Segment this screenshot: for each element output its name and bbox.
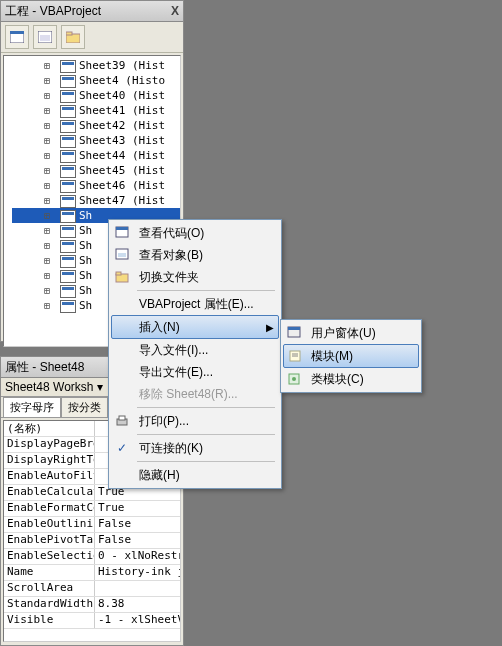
- menu-item[interactable]: VBAProject 属性(E)...: [111, 293, 279, 315]
- project-toolbar: [1, 22, 183, 53]
- tree-node-label: Sheet46 (Hist: [79, 179, 165, 192]
- svg-rect-11: [116, 272, 121, 275]
- tree-node-label: Sh: [79, 239, 92, 252]
- toggle-folders-button[interactable]: [61, 25, 85, 49]
- property-row[interactable]: EnableFormatCoTrue: [4, 501, 180, 517]
- menu-item[interactable]: 查看对象(B): [111, 244, 279, 266]
- property-row[interactable]: ScrollArea: [4, 581, 180, 597]
- sheet-icon: [60, 300, 76, 313]
- svg-rect-5: [66, 32, 72, 35]
- tree-node[interactable]: Sheet44 (Hist: [12, 148, 180, 163]
- tree-node-label: Sh: [79, 284, 92, 297]
- sheet-icon: [60, 255, 76, 268]
- insert-submenu: 用户窗体(U)模块(M)类模块(C): [280, 319, 422, 393]
- view-code-button[interactable]: [5, 25, 29, 49]
- menu-item-label: 移除 Sheet48(R)...: [139, 386, 238, 403]
- property-row[interactable]: NameHistory-ink j: [4, 565, 180, 581]
- tree-node-label: Sheet45 (Hist: [79, 164, 165, 177]
- menu-item-label: 用户窗体(U): [311, 325, 376, 342]
- menu-item[interactable]: 隐藏(H): [111, 464, 279, 486]
- sheet-icon: [60, 240, 76, 253]
- tree-node-label: Sh: [79, 254, 92, 267]
- menu-item[interactable]: 模块(M): [283, 344, 419, 368]
- menu-item[interactable]: 导入文件(I)...: [111, 339, 279, 361]
- menu-item-label: 导出文件(E)...: [139, 364, 213, 381]
- tree-node-label: Sheet44 (Hist: [79, 149, 165, 162]
- property-value[interactable]: False: [95, 517, 180, 532]
- tree-node[interactable]: Sheet47 (Hist: [12, 193, 180, 208]
- menu-separator: [137, 461, 275, 462]
- tree-node[interactable]: Sheet4 (Histo: [12, 73, 180, 88]
- property-value[interactable]: False: [95, 533, 180, 548]
- view-object-button[interactable]: [33, 25, 57, 49]
- menu-item[interactable]: 切换文件夹: [111, 266, 279, 288]
- menu-item[interactable]: ✓可连接的(K): [111, 437, 279, 459]
- tree-node[interactable]: Sheet39 (Hist: [12, 58, 180, 73]
- tree-node-label: Sheet41 (Hist: [79, 104, 165, 117]
- svg-rect-15: [288, 327, 300, 330]
- tree-node[interactable]: Sheet42 (Hist: [12, 118, 180, 133]
- property-row[interactable]: EnableSelectio0 - xlNoRestr: [4, 549, 180, 565]
- property-value[interactable]: History-ink j: [95, 565, 180, 580]
- tree-node-label: Sheet4 (Histo: [79, 74, 165, 87]
- property-row[interactable]: EnableOutlininFalse: [4, 517, 180, 533]
- sheet-icon: [60, 180, 76, 193]
- sheet-icon: [60, 150, 76, 163]
- project-title-bar: 工程 - VBAProject X: [1, 1, 183, 22]
- check-icon: ✓: [117, 441, 127, 455]
- property-name: EnableFormatCo: [4, 501, 95, 516]
- property-value[interactable]: 0 - xlNoRestr: [95, 549, 180, 564]
- sheet-icon: [60, 90, 76, 103]
- property-name: EnableSelectio: [4, 549, 95, 564]
- menu-item[interactable]: 查看代码(O): [111, 222, 279, 244]
- tree-node[interactable]: Sheet41 (Hist: [12, 103, 180, 118]
- property-row[interactable]: Visible-1 - xlSheetV: [4, 613, 180, 629]
- menu-item-label: 切换文件夹: [139, 269, 199, 286]
- sheet-icon: [60, 285, 76, 298]
- tab-alphabetic[interactable]: 按字母序: [3, 397, 61, 417]
- svg-rect-13: [119, 416, 125, 420]
- svg-rect-9: [118, 253, 126, 257]
- menu-item[interactable]: 打印(P)...: [111, 410, 279, 432]
- sheet-icon: [60, 135, 76, 148]
- tree-node-label: Sh: [79, 209, 92, 222]
- obj-icon: [115, 248, 131, 262]
- close-icon[interactable]: X: [171, 1, 179, 21]
- tree-node[interactable]: Sheet43 (Hist: [12, 133, 180, 148]
- context-menu: 查看代码(O)查看对象(B)切换文件夹VBAProject 属性(E)...插入…: [108, 219, 282, 489]
- property-value[interactable]: [95, 581, 180, 596]
- tree-node-label: Sheet43 (Hist: [79, 134, 165, 147]
- property-name: Visible: [4, 613, 95, 628]
- menu-item[interactable]: 导出文件(E)...: [111, 361, 279, 383]
- menu-item[interactable]: 类模块(C): [283, 368, 419, 390]
- code-icon: [115, 226, 131, 240]
- property-row[interactable]: StandardWidth8.38: [4, 597, 180, 613]
- property-name: ScrollArea: [4, 581, 95, 596]
- sheet-icon: [60, 195, 76, 208]
- tree-node-label: Sh: [79, 269, 92, 282]
- tree-node-label: Sh: [79, 224, 92, 237]
- tree-node-label: Sh: [79, 299, 92, 312]
- tree-node[interactable]: Sheet46 (Hist: [12, 178, 180, 193]
- menu-item-label: 类模块(C): [311, 371, 364, 388]
- property-value[interactable]: -1 - xlSheetV: [95, 613, 180, 628]
- tree-node[interactable]: Sheet45 (Hist: [12, 163, 180, 178]
- sheet-icon: [60, 105, 76, 118]
- tab-categorized[interactable]: 按分类: [61, 397, 108, 417]
- menu-separator: [137, 290, 275, 291]
- property-row[interactable]: EnablePivotTabFalse: [4, 533, 180, 549]
- svg-rect-3: [40, 35, 50, 41]
- sheet-icon: [60, 60, 76, 73]
- property-name: (名称): [4, 421, 95, 436]
- menu-item[interactable]: 用户窗体(U): [283, 322, 419, 344]
- tree-node-label: Sheet42 (Hist: [79, 119, 165, 132]
- properties-title: 属性 - Sheet48: [5, 357, 84, 377]
- property-name: Name: [4, 565, 95, 580]
- tree-node[interactable]: Sheet40 (Hist: [12, 88, 180, 103]
- property-value[interactable]: 8.38: [95, 597, 180, 612]
- property-value[interactable]: True: [95, 501, 180, 516]
- menu-item[interactable]: 插入(N)▶: [111, 315, 279, 339]
- menu-item-label: 模块(M): [311, 348, 353, 365]
- menu-item-label: 查看代码(O): [139, 225, 204, 242]
- sheet-icon: [60, 165, 76, 178]
